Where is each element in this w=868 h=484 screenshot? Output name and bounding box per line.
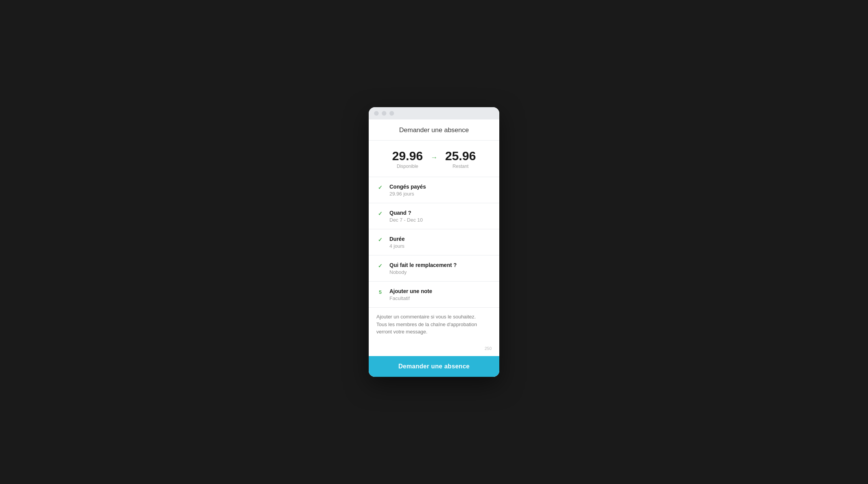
section-value-remplacement: Nobody xyxy=(389,269,492,275)
section-value-note: Facultatif xyxy=(389,295,492,301)
available-number: 29.96 xyxy=(392,150,423,162)
check-icon-duree: ✓ xyxy=(376,236,384,243)
section-content-note: Ajouter une note Facultatif xyxy=(389,288,492,301)
char-count: 250 xyxy=(376,346,492,351)
modal-title: Demander une absence xyxy=(376,126,492,134)
section-content-conges: Congés payés 29.96 jours xyxy=(389,183,492,197)
section-quand[interactable]: ✓ Quand ? Dec 7 - Dec 10 xyxy=(369,203,499,229)
modal-header: Demander une absence xyxy=(369,119,499,141)
section-duree[interactable]: ✓ Durée 4 jours xyxy=(369,229,499,255)
titlebar-dot-red xyxy=(374,111,379,116)
section-title-conges: Congés payés xyxy=(389,183,492,190)
arrow-icon: → xyxy=(431,154,437,162)
section-content-quand: Quand ? Dec 7 - Dec 10 xyxy=(389,209,492,223)
titlebar xyxy=(369,107,499,119)
section-note[interactable]: 5 Ajouter une note Facultatif xyxy=(369,282,499,307)
balance-remaining: 25.96 Restant xyxy=(445,150,476,169)
section-content-duree: Durée 4 jours xyxy=(389,235,492,249)
phone-container: Demander une absence 29.96 Disponible → … xyxy=(369,107,499,377)
section-remplacement[interactable]: ✓ Qui fait le remplacement ? Nobody xyxy=(369,255,499,282)
note-textarea[interactable] xyxy=(376,313,492,343)
section-title-duree: Durée xyxy=(389,235,492,242)
balance-section: 29.96 Disponible → 25.96 Restant xyxy=(369,141,499,177)
check-icon-conges: ✓ xyxy=(376,184,384,191)
section-title-quand: Quand ? xyxy=(389,209,492,216)
modal-window: Demander une absence 29.96 Disponible → … xyxy=(369,119,499,377)
balance-available: 29.96 Disponible xyxy=(392,150,423,169)
available-label: Disponible xyxy=(392,164,423,169)
section-title-remplacement: Qui fait le remplacement ? xyxy=(389,262,492,269)
submit-button[interactable]: Demander une absence xyxy=(369,356,499,377)
section-value-duree: 4 jours xyxy=(389,243,492,249)
section-title-note: Ajouter une note xyxy=(389,288,492,295)
section-value-conges: 29.96 jours xyxy=(389,191,492,197)
note-section: 250 xyxy=(369,307,499,356)
section-content-remplacement: Qui fait le remplacement ? Nobody xyxy=(389,262,492,275)
check-icon-quand: ✓ xyxy=(376,210,384,217)
section-conges[interactable]: ✓ Congés payés 29.96 jours xyxy=(369,177,499,203)
titlebar-dot-yellow xyxy=(382,111,386,116)
sections-list: ✓ Congés payés 29.96 jours ✓ Quand ? Dec… xyxy=(369,177,499,308)
section-value-quand: Dec 7 - Dec 10 xyxy=(389,217,492,223)
check-icon-remplacement: ✓ xyxy=(376,262,384,269)
remaining-label: Restant xyxy=(445,164,476,169)
step-number-note: 5 xyxy=(376,288,384,295)
remaining-number: 25.96 xyxy=(445,150,476,162)
titlebar-dot-green xyxy=(389,111,394,116)
